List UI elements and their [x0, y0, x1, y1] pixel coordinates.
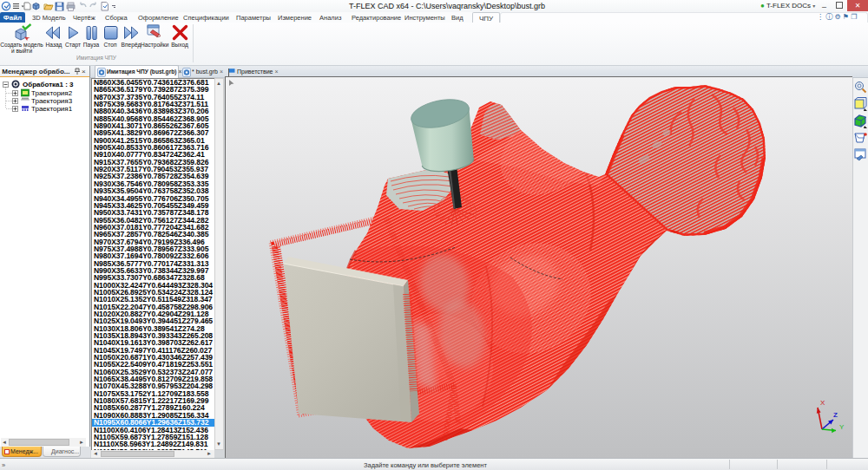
svg-text:X: X: [820, 399, 825, 407]
svg-text:Z: Z: [833, 411, 838, 419]
svg-text:Y: Y: [839, 423, 845, 431]
